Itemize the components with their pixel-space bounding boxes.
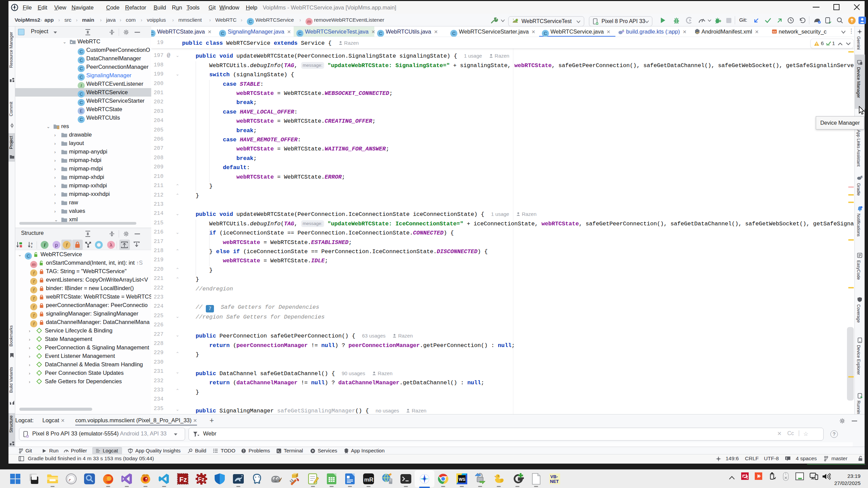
svg-text:WS: WS [459,477,465,482]
svg-text:Fz: Fz [198,476,204,483]
svg-text:a: a [31,242,33,245]
svg-text:z: z [31,245,33,248]
svg-text:mR: mR [364,476,373,483]
svg-text:<>: <> [773,30,776,34]
svg-text:VB-: VB- [550,474,558,479]
svg-text:Fz: Fz [179,476,187,483]
svg-text:MF: MF [696,32,699,34]
svg-text:NET: NET [550,479,559,484]
